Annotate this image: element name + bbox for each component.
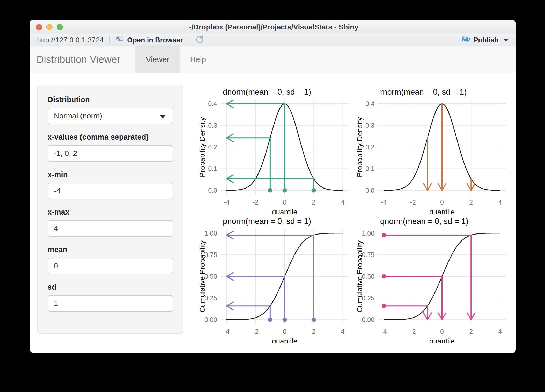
- navbar-tabs: Viewer Help: [135, 46, 216, 73]
- distribution-label: Distribution: [48, 95, 173, 104]
- tab-viewer[interactable]: Viewer: [135, 46, 180, 73]
- svg-text:Cumulative Probability: Cumulative Probability: [198, 240, 206, 313]
- zoom-window-button[interactable]: [57, 24, 63, 30]
- svg-text:4: 4: [341, 199, 345, 206]
- window-title: ~/Dropbox (Personal)/Projects/VisualStat…: [187, 23, 358, 31]
- qnorm-plot: -4-20240.000.250.500.751.00quantileCumul…: [355, 216, 511, 343]
- publish-button[interactable]: Publish: [461, 35, 509, 46]
- svg-text:0.4: 0.4: [208, 100, 217, 107]
- publish-caret-icon: [503, 39, 509, 42]
- svg-text:0.0: 0.0: [208, 187, 217, 194]
- svg-text:1.00: 1.00: [362, 230, 374, 237]
- sidebar-panel: Distribution Normal (norm) x-values (com…: [37, 85, 183, 334]
- svg-text:0.1: 0.1: [208, 165, 217, 172]
- x-min-label: x-min: [48, 170, 173, 179]
- svg-text:2: 2: [312, 328, 315, 335]
- svg-text:0.2: 0.2: [365, 144, 374, 151]
- svg-text:pnorm(mean = 0, sd = 1): pnorm(mean = 0, sd = 1): [223, 217, 311, 226]
- x-max-field-group: x-max: [48, 208, 173, 237]
- refresh-icon: [195, 35, 204, 46]
- distribution-select[interactable]: Normal (norm): [48, 108, 173, 124]
- dnorm-plot: -4-20240.00.10.20.30.4quantileProbabilit…: [198, 87, 353, 214]
- svg-text:0: 0: [283, 199, 286, 206]
- svg-text:0.75: 0.75: [362, 251, 374, 258]
- svg-text:-2: -2: [253, 328, 259, 335]
- url-text: http://127.0.0.1:3724: [37, 36, 104, 44]
- open-in-browser-button[interactable]: Open in Browser: [116, 35, 183, 45]
- app-window: ~/Dropbox (Personal)/Projects/VisualStat…: [30, 20, 516, 353]
- svg-text:0.1: 0.1: [365, 165, 374, 172]
- svg-text:Probability Density: Probability Density: [198, 117, 206, 177]
- toolbar-divider: [109, 36, 110, 44]
- svg-text:-4: -4: [224, 328, 229, 335]
- svg-text:-2: -2: [410, 328, 416, 335]
- window-controls: [36, 20, 63, 34]
- svg-text:0.3: 0.3: [208, 122, 217, 129]
- x-max-label: x-max: [48, 208, 173, 216]
- svg-text:quantile: quantile: [429, 208, 455, 214]
- svg-text:2: 2: [469, 199, 473, 206]
- svg-text:0.50: 0.50: [362, 273, 374, 280]
- svg-text:quantile: quantile: [272, 337, 297, 343]
- svg-text:0: 0: [440, 199, 444, 206]
- sd-input[interactable]: [48, 295, 173, 312]
- window-titlebar: ~/Dropbox (Personal)/Projects/VisualStat…: [30, 20, 516, 34]
- svg-text:-2: -2: [410, 199, 416, 206]
- svg-text:dnorm(mean = 0, sd = 1): dnorm(mean = 0, sd = 1): [223, 87, 311, 96]
- mean-input[interactable]: [48, 258, 173, 274]
- svg-text:0.00: 0.00: [204, 316, 217, 323]
- svg-text:-4: -4: [224, 199, 229, 206]
- svg-text:0.00: 0.00: [362, 316, 374, 323]
- svg-text:Cumulative Probability: Cumulative Probability: [356, 240, 364, 313]
- open-in-browser-icon: [116, 35, 124, 45]
- distribution-field-group: Distribution Normal (norm): [48, 95, 173, 124]
- mean-label: mean: [48, 245, 173, 254]
- svg-text:4: 4: [498, 328, 502, 335]
- select-caret-icon: [160, 115, 166, 118]
- svg-text:0.3: 0.3: [365, 122, 374, 129]
- app-navbar: Distribution Viewer Viewer Help: [30, 46, 516, 73]
- svg-text:Probability Density: Probability Density: [356, 117, 364, 177]
- svg-text:rnorm(mean = 0, sd = 1): rnorm(mean = 0, sd = 1): [380, 87, 467, 96]
- svg-text:0.25: 0.25: [362, 295, 374, 302]
- svg-text:-4: -4: [381, 328, 387, 335]
- svg-text:-4: -4: [381, 199, 387, 206]
- toolbar-divider: [189, 36, 189, 44]
- x-values-label: x-values (comma separated): [48, 133, 173, 141]
- publish-label: Publish: [473, 36, 499, 44]
- tab-help[interactable]: Help: [180, 46, 217, 73]
- close-window-button[interactable]: [36, 24, 42, 30]
- svg-text:qnorm(mean = 0, sd = 1): qnorm(mean = 0, sd = 1): [380, 217, 468, 226]
- svg-text:0: 0: [283, 328, 286, 335]
- svg-text:0.25: 0.25: [204, 295, 217, 302]
- svg-text:quantile: quantile: [429, 337, 455, 343]
- x-min-input[interactable]: [48, 183, 173, 199]
- x-values-input[interactable]: [48, 145, 173, 162]
- refresh-button[interactable]: [195, 35, 204, 46]
- rnorm-plot: -4-20240.00.10.20.30.4quantileProbabilit…: [355, 87, 511, 214]
- svg-text:4: 4: [341, 328, 345, 335]
- svg-text:0.50: 0.50: [204, 273, 217, 280]
- svg-text:0.0: 0.0: [365, 187, 374, 194]
- minimize-window-button[interactable]: [46, 24, 53, 30]
- svg-text:4: 4: [498, 199, 502, 206]
- svg-text:2: 2: [469, 328, 473, 335]
- svg-text:0.75: 0.75: [204, 251, 217, 258]
- sd-label: sd: [48, 283, 173, 291]
- x-max-input[interactable]: [48, 220, 173, 237]
- mean-field-group: mean: [48, 245, 173, 274]
- navbar-brand: Distribution Viewer: [30, 46, 128, 73]
- svg-text:quantile: quantile: [272, 208, 297, 214]
- svg-text:0.2: 0.2: [208, 144, 217, 151]
- x-min-field-group: x-min: [48, 170, 173, 199]
- sd-field-group: sd: [48, 283, 173, 312]
- x-values-field-group: x-values (comma separated): [48, 133, 173, 162]
- svg-text:-2: -2: [253, 199, 259, 206]
- svg-text:0.4: 0.4: [365, 100, 374, 107]
- plots-grid: -4-20240.00.10.20.30.4quantileProbabilit…: [198, 87, 511, 343]
- main-content: Distribution Normal (norm) x-values (com…: [30, 73, 516, 353]
- viewer-toolbar: http://127.0.0.1:3724 Open in Browser: [30, 34, 516, 46]
- svg-text:0: 0: [440, 328, 444, 335]
- svg-text:2: 2: [312, 199, 315, 206]
- open-in-browser-label: Open in Browser: [127, 36, 183, 44]
